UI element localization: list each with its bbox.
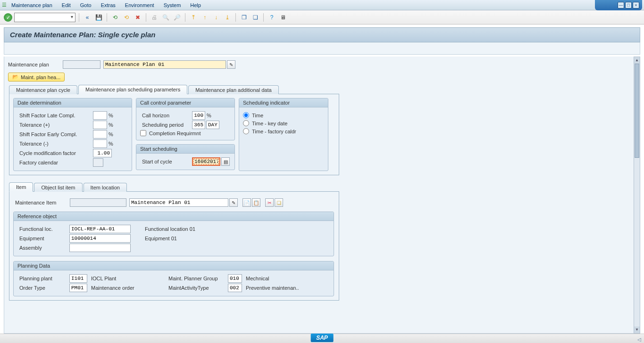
planning-plant-input[interactable] — [69, 274, 87, 283]
start-scheduling-group: Start scheduling Start of cycle▤ — [136, 144, 235, 170]
order-type-input[interactable] — [69, 284, 87, 292]
new-session-icon[interactable]: ❐ — [239, 13, 249, 22]
edit-desc-icon[interactable]: ✎ — [227, 60, 235, 69]
radio-time[interactable] — [243, 112, 249, 118]
sched-period-unit-input[interactable] — [206, 121, 219, 129]
maintenance-plan-number-input[interactable] — [63, 60, 100, 69]
nav-cancel-icon[interactable]: ✖ — [133, 13, 142, 22]
radio-factory-caldr[interactable] — [243, 128, 249, 134]
radio-keydate[interactable] — [243, 120, 249, 126]
completion-req-checkbox[interactable] — [140, 130, 146, 136]
scroll-thumb[interactable] — [635, 64, 639, 158]
factory-cal-input[interactable] — [93, 158, 103, 167]
item-copy-icon[interactable]: 📋 — [252, 198, 260, 207]
funcloc-input[interactable] — [69, 225, 131, 233]
menu-extras[interactable]: Extras — [96, 1, 120, 9]
planner-group-input[interactable] — [228, 274, 242, 283]
tab-scheduling-params[interactable]: Maintenance plan scheduling parameters — [78, 85, 187, 94]
maximize-button[interactable]: □ — [625, 2, 632, 8]
menu-edit[interactable]: Edit — [57, 1, 75, 9]
shift-late-input[interactable] — [93, 111, 107, 120]
date-picker-icon[interactable]: ▤ — [221, 157, 230, 166]
layout-icon[interactable]: 🖥 — [278, 13, 288, 22]
maint-activity-type-desc: Preventive maintenan.. — [246, 285, 299, 291]
call-horizon-input[interactable] — [192, 111, 205, 120]
funcloc-desc: Functional location 01 — [145, 226, 195, 232]
sched-period-input[interactable] — [192, 121, 205, 129]
menu-help[interactable]: Help — [185, 1, 206, 9]
factory-cal-label: Factory calendar — [17, 160, 93, 165]
menu-maintenance-plan[interactable]: Maintenance plan — [7, 1, 57, 9]
maintenance-plan-desc-input[interactable] — [103, 60, 226, 69]
item-edit-icon[interactable]: ✎ — [229, 198, 238, 207]
shortcut-icon[interactable]: ❏ — [251, 13, 260, 22]
planner-group-desc: Mechnical — [246, 276, 269, 281]
tol-plus-input[interactable] — [93, 121, 107, 129]
folder-icon: 📂 — [12, 74, 19, 80]
call-horizon-label: Call horizon — [140, 113, 192, 118]
save-icon[interactable]: 💾 — [94, 13, 103, 22]
pct-label: % — [109, 113, 113, 118]
tab-item[interactable]: Item — [9, 182, 33, 192]
scroll-down-icon[interactable]: ▼ — [634, 327, 640, 333]
back-icon[interactable]: « — [83, 13, 92, 22]
tab-object-list[interactable]: Object list item — [34, 183, 82, 192]
tol-minus-label: Tolerance (-) — [17, 141, 93, 147]
menu-environment[interactable]: Environment — [120, 1, 159, 9]
menu-icon[interactable]: ☰ — [2, 2, 7, 8]
vertical-scrollbar[interactable]: ▲ ▼ — [634, 57, 640, 334]
menu-system[interactable]: System — [159, 1, 186, 9]
scroll-up-icon[interactable]: ▲ — [634, 57, 640, 64]
maint-activity-type-label: MaintActivityType — [167, 285, 228, 291]
planner-group-label: Maint. Planner Group — [167, 276, 228, 281]
status-arrow-icon[interactable]: ◁ — [637, 337, 641, 342]
equipment-input[interactable] — [69, 234, 131, 243]
maint-plan-header-button[interactable]: 📂 Maint. plan hea... — [8, 73, 65, 82]
start-cycle-input[interactable] — [192, 157, 220, 166]
nav-back-icon[interactable]: ⟲ — [110, 13, 120, 22]
tab-cycle[interactable]: Maintenance plan cycle — [9, 85, 77, 94]
assembly-input[interactable] — [69, 244, 131, 252]
shift-late-label: Shift Factor Late Compl. — [17, 113, 93, 118]
planning-data-title: Planning Data — [14, 261, 334, 270]
maint-item-desc-input[interactable] — [129, 198, 228, 207]
item-other-icon[interactable]: ❏ — [275, 198, 283, 207]
maint-item-number-input[interactable] — [70, 198, 126, 207]
prev-page-icon[interactable]: ↑ — [200, 13, 209, 22]
maint-activity-type-input[interactable] — [228, 284, 242, 292]
radio-factory-caldr-label: Time - factory caldr — [252, 129, 296, 134]
help-icon[interactable]: ? — [267, 13, 276, 22]
tol-minus-input[interactable] — [93, 139, 107, 148]
shift-early-input[interactable] — [93, 130, 107, 139]
close-button[interactable]: × — [633, 2, 639, 8]
page-title: Create Maintenance Plan: Single cycle pl… — [4, 27, 640, 42]
top-tabstrip: Maintenance plan cycle Maintenance plan … — [9, 82, 634, 94]
tab-additional-data[interactable]: Maintenance plan additional data — [188, 85, 278, 94]
statusbar: SAP ◁ — [0, 334, 644, 343]
last-page-icon[interactable]: ⤓ — [223, 13, 232, 22]
first-page-icon[interactable]: ⤒ — [189, 13, 198, 22]
maint-item-label: Maintenance Item — [13, 200, 70, 205]
start-scheduling-title: Start scheduling — [136, 145, 234, 154]
command-field[interactable] — [14, 13, 75, 22]
main-content: Maintenance plan ✎ 📂 Maint. plan hea... … — [4, 57, 635, 334]
scheduling-indicator-group: Scheduling indicator Time Time - key dat… — [239, 98, 328, 171]
window-controls: — □ × — [595, 0, 642, 10]
enter-icon[interactable]: ✓ — [4, 13, 12, 22]
item-pane: Maintenance Item ✎ 📄 📋 ✂ ❏ Reference obj… — [9, 191, 339, 301]
radio-keydate-label: Time - key date — [252, 121, 287, 126]
tab-item-location[interactable]: Item location — [84, 183, 127, 192]
reference-object-group: Reference object Functional loc.Function… — [13, 212, 334, 256]
reference-object-title: Reference object — [14, 212, 334, 221]
menu-goto[interactable]: Goto — [75, 1, 96, 9]
nav-exit-icon[interactable]: ⟲ — [122, 13, 131, 22]
item-create-icon[interactable]: 📄 — [243, 198, 251, 207]
cycle-mod-input[interactable] — [93, 149, 112, 157]
tol-plus-label: Tolerance (+) — [17, 122, 93, 128]
maintenance-plan-label: Maintenance plan — [6, 62, 63, 67]
next-page-icon[interactable]: ↓ — [211, 13, 221, 22]
pct-label-4: % — [109, 141, 113, 147]
item-tabstrip: Item Object list item Item location — [9, 180, 634, 191]
minimize-button[interactable]: — — [618, 2, 624, 8]
item-cut-icon[interactable]: ✂ — [265, 198, 274, 207]
